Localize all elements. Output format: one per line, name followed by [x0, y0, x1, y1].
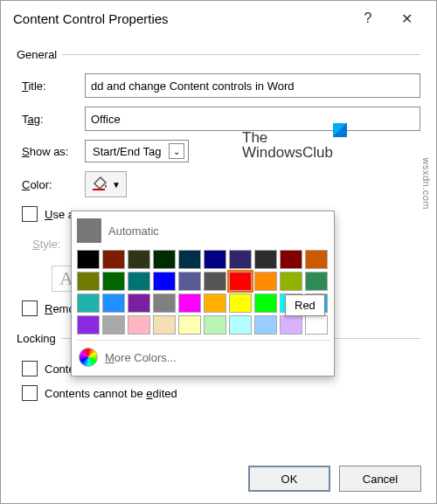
chevron-down-icon: ⌄: [169, 143, 184, 159]
color-swatch[interactable]: [204, 315, 226, 335]
color-swatch[interactable]: [254, 315, 277, 335]
color-swatch[interactable]: [229, 272, 252, 291]
color-swatch[interactable]: [178, 315, 201, 335]
color-swatch[interactable]: [229, 293, 252, 313]
color-swatch[interactable]: [254, 250, 277, 269]
color-swatch[interactable]: [77, 250, 100, 269]
row-tag: Tag:: [17, 107, 420, 131]
row-title: Title:: [17, 73, 420, 98]
color-swatch[interactable]: [77, 293, 100, 313]
color-swatch[interactable]: [102, 315, 125, 335]
color-swatch[interactable]: [305, 272, 328, 291]
input-tag[interactable]: [85, 107, 420, 131]
windowsclub-logo-icon: [333, 123, 347, 137]
color-swatch[interactable]: [77, 315, 100, 335]
combo-showas[interactable]: Start/End Tag ⌄: [85, 140, 189, 162]
color-swatch[interactable]: [153, 315, 176, 335]
dialog-body: General Title: Tag: Show as: Start/End T…: [1, 36, 436, 424]
paint-bucket-icon: [91, 176, 108, 194]
close-button[interactable]: ✕: [387, 1, 426, 36]
color-swatch[interactable]: [153, 293, 176, 313]
color-tooltip: Red: [285, 294, 325, 316]
color-swatch[interactable]: [204, 272, 226, 291]
color-swatch[interactable]: [204, 293, 226, 313]
color-swatch[interactable]: [102, 293, 125, 313]
color-swatch[interactable]: [254, 272, 277, 291]
windowsclub-logo-text: The WindowsClub: [242, 130, 333, 160]
color-swatch[interactable]: [178, 250, 201, 269]
color-swatch[interactable]: [102, 272, 125, 291]
checkbox-no-delete[interactable]: [22, 361, 38, 376]
color-swatch[interactable]: [128, 272, 150, 291]
help-button[interactable]: ?: [349, 1, 387, 36]
dropdown-caret-icon: ▼: [112, 180, 121, 190]
automatic-row[interactable]: Automatic: [75, 215, 330, 248]
more-colors-label: More Colors...: [105, 351, 177, 364]
color-swatch[interactable]: [128, 293, 150, 313]
close-icon: ✕: [401, 10, 413, 27]
color-swatch[interactable]: [305, 250, 328, 269]
color-wheel-icon: [79, 348, 98, 367]
color-swatch[interactable]: [280, 250, 302, 269]
button-bar: OK Cancel: [248, 466, 421, 492]
row-showas: Show as: Start/End Tag ⌄: [17, 140, 420, 162]
color-swatch[interactable]: [280, 315, 302, 335]
color-swatch[interactable]: [77, 272, 100, 291]
color-swatch[interactable]: [153, 272, 176, 291]
more-colors-row[interactable]: More Colors...: [75, 340, 330, 372]
color-picker-popup: Automatic More Colors... Red: [71, 211, 335, 376]
color-swatch[interactable]: [178, 272, 201, 291]
label-showas: Show as:: [17, 145, 78, 158]
color-swatch[interactable]: [102, 250, 125, 269]
titlebar: Content Control Properties ? ✕: [1, 1, 436, 36]
color-swatch[interactable]: [128, 315, 150, 335]
label-tag: Tag:: [17, 113, 78, 126]
color-swatch[interactable]: [229, 250, 252, 269]
row-no-edit: Contents cannot be edited: [22, 385, 420, 401]
color-grid: [75, 248, 330, 336]
watermark: wsxdn.com: [421, 157, 432, 210]
checkbox-no-edit[interactable]: [22, 385, 38, 401]
automatic-swatch-icon: [77, 218, 101, 243]
color-swatch[interactable]: [153, 250, 176, 269]
color-button[interactable]: ▼: [85, 171, 127, 197]
label-no-edit: Contents cannot be edited: [45, 387, 177, 400]
checkbox-remove[interactable]: [22, 300, 38, 316]
color-swatch[interactable]: [305, 315, 328, 335]
input-title[interactable]: [85, 73, 420, 98]
content-control-properties-dialog: Content Control Properties ? ✕ General T…: [0, 0, 437, 504]
color-swatch[interactable]: [204, 250, 226, 269]
color-swatch[interactable]: [254, 293, 277, 313]
svg-rect-0: [93, 189, 105, 190]
color-swatch[interactable]: [280, 272, 302, 291]
label-style: Style:: [32, 238, 76, 251]
row-color: Color: ▼: [17, 171, 420, 197]
dialog-title: Content Control Properties: [13, 11, 349, 26]
cancel-button[interactable]: Cancel: [339, 466, 421, 492]
color-swatch[interactable]: [178, 293, 201, 313]
label-color: Color:: [17, 178, 78, 191]
automatic-label: Automatic: [108, 224, 159, 238]
ok-button[interactable]: OK: [248, 466, 330, 492]
combo-showas-value: Start/End Tag: [93, 145, 162, 158]
color-swatch[interactable]: [128, 250, 150, 269]
checkbox-use-style[interactable]: [22, 206, 38, 222]
label-title: Title:: [17, 79, 78, 93]
legend-locking: Locking: [17, 332, 61, 345]
color-swatch[interactable]: [229, 315, 252, 335]
legend-general: General: [17, 48, 62, 61]
